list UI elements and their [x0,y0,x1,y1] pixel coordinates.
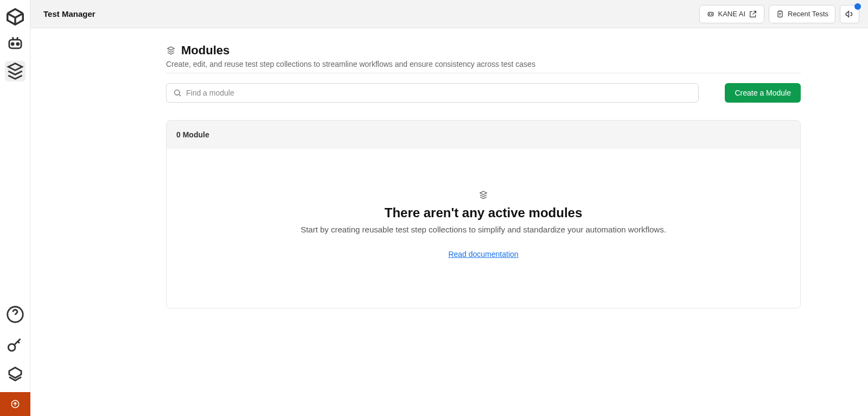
empty-subtitle: Start by creating reusable test step col… [177,225,789,234]
header-actions: KANE AI Recent Tests [699,5,860,23]
read-documentation-link[interactable]: Read documentation [448,250,518,259]
svg-point-7 [709,14,710,14]
recent-tests-button[interactable]: Recent Tests [769,5,835,23]
page-subtitle: Create, edit, and reuse test step collec… [166,60,801,68]
svg-point-4 [8,344,15,351]
main-content: Modules Create, edit, and reuse test ste… [30,28,868,416]
empty-layers-icon [177,190,789,202]
help-icon[interactable] [5,304,25,325]
clipboard-icon [776,10,784,18]
svg-point-8 [711,14,712,14]
page-title: Modules [181,43,229,58]
recent-tests-label: Recent Tests [788,10,828,18]
left-sidebar [0,0,30,416]
module-count-label: 0 Module [167,121,800,149]
notification-dot [854,3,861,10]
kane-ai-button[interactable]: KANE AI [699,5,765,23]
upgrade-button[interactable] [0,392,30,416]
search-row: Create a Module [166,83,801,103]
logo-icon[interactable] [5,7,25,27]
announcements-button[interactable] [840,5,859,23]
layers-icon [166,46,176,55]
integrations-icon[interactable] [5,365,25,386]
search-input[interactable] [186,89,692,97]
divider [166,73,801,73]
search-box[interactable] [166,83,699,103]
robot-icon[interactable] [5,34,25,54]
external-link-icon [749,10,757,18]
key-icon[interactable] [5,335,25,355]
svg-point-2 [16,43,18,45]
svg-point-10 [175,90,180,95]
kane-ai-label: KANE AI [718,10,746,18]
create-module-button[interactable]: Create a Module [725,83,801,103]
svg-rect-9 [778,11,782,17]
megaphone-icon [845,9,854,19]
svg-point-1 [11,43,14,45]
robot-small-icon [706,10,715,18]
search-icon [173,89,182,97]
modules-panel: 0 Module There aren't any active modules… [166,120,801,308]
app-title: Test Manager [43,9,95,18]
page-heading: Modules [166,43,801,58]
modules-icon[interactable] [5,61,25,81]
app-header: Test Manager KANE AI Recent Tests [30,0,868,28]
empty-state: There aren't any active modules Start by… [167,149,800,308]
empty-title: There aren't any active modules [177,205,789,220]
